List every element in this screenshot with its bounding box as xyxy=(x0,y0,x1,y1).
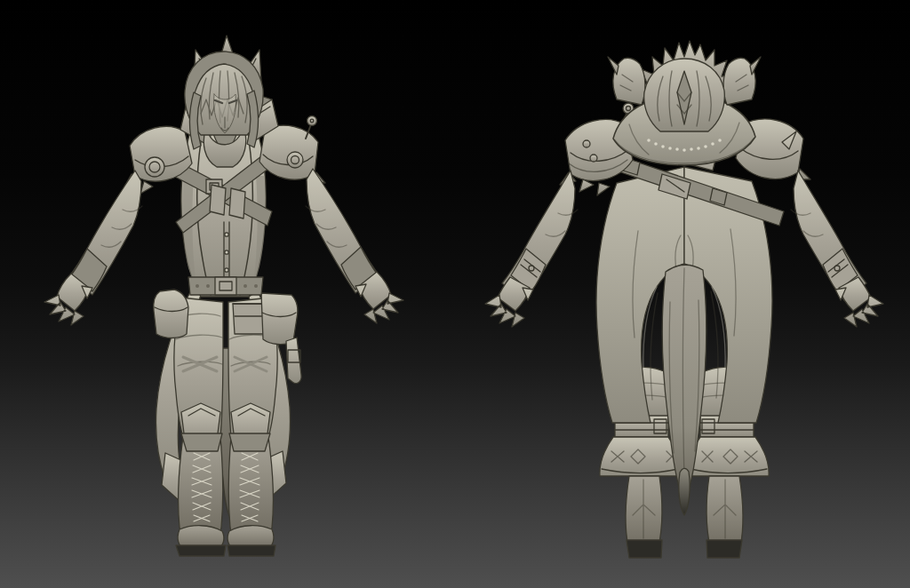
model-back-view[interactable] xyxy=(480,36,889,568)
bell-cuff-right xyxy=(689,437,770,476)
tail-tip xyxy=(679,468,690,515)
bell-cuff-left xyxy=(600,437,681,476)
front-figure-root[interactable] xyxy=(44,36,403,556)
model-front-view[interactable] xyxy=(36,36,427,568)
sculpt-viewport-canvas[interactable] xyxy=(0,0,910,588)
front-belt[interactable] xyxy=(188,277,263,295)
front-head[interactable] xyxy=(185,36,263,149)
back-arm-right[interactable] xyxy=(791,171,883,327)
back-arm-left[interactable] xyxy=(485,171,578,327)
front-arm-right[interactable] xyxy=(306,169,403,323)
back-tail[interactable] xyxy=(662,265,706,515)
front-arm-left[interactable] xyxy=(44,171,142,325)
back-figure-root[interactable] xyxy=(485,41,883,558)
